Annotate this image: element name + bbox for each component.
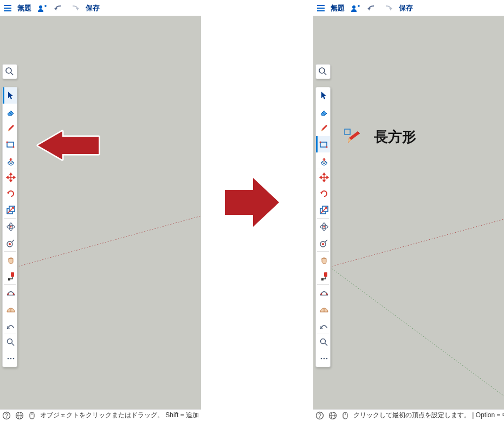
save-button[interactable]: 保存 — [86, 3, 100, 13]
viewport-axes-left — [0, 0, 201, 421]
svg-rect-22 — [8, 278, 10, 280]
tool-select[interactable] — [3, 87, 17, 104]
document-title: 無題 — [17, 3, 31, 13]
tool-offset[interactable] — [316, 285, 330, 301]
tool-pan[interactable] — [3, 252, 17, 268]
svg-point-51 — [319, 142, 321, 143]
tool-offset[interactable] — [3, 285, 17, 301]
svg-line-49 — [324, 73, 326, 75]
search-tool[interactable] — [315, 64, 331, 79]
user-add-icon[interactable] — [350, 3, 361, 14]
svg-text:?: ? — [5, 413, 8, 419]
redo-button[interactable] — [383, 3, 393, 14]
svg-point-24 — [12, 294, 14, 295]
status-text-left: オブジェクトをクリックまたはドラッグ。 Shift = 追加 — [40, 411, 199, 420]
svg-point-61 — [322, 243, 324, 245]
tool-more[interactable] — [316, 350, 330, 367]
svg-point-72 — [323, 358, 325, 360]
rectangle-cursor-icon — [344, 128, 362, 146]
redo-button[interactable] — [69, 3, 80, 14]
viewport-axes-right — [313, 0, 504, 421]
svg-rect-21 — [11, 272, 14, 277]
svg-point-27 — [7, 328, 8, 329]
document-title: 無題 — [331, 3, 345, 13]
svg-text:?: ? — [318, 413, 321, 419]
menu-icon[interactable] — [3, 4, 12, 12]
tool-rectangle[interactable] — [316, 136, 330, 152]
tool-more[interactable] — [3, 350, 17, 367]
tool-move[interactable] — [3, 169, 17, 186]
tool-pushpull[interactable] — [3, 152, 17, 169]
svg-rect-50 — [320, 142, 327, 147]
app-panel-before: 無題 保存 — [0, 0, 201, 421]
tool-pushpull[interactable] — [316, 152, 330, 169]
tool-pencil[interactable] — [3, 120, 17, 136]
menu-icon[interactable] — [316, 4, 325, 12]
tool-palette-left — [2, 87, 17, 367]
svg-point-28 — [7, 339, 12, 344]
tool-arc[interactable] — [3, 317, 17, 334]
svg-point-65 — [326, 294, 327, 295]
svg-line-40 — [329, 219, 504, 267]
status-bar-left: ? オブジェクトをクリックまたはドラッグ。 Shift = 追加 — [0, 409, 201, 421]
tool-orbit[interactable] — [316, 219, 330, 235]
svg-line-0 — [16, 216, 201, 267]
tool-paint[interactable] — [3, 268, 17, 284]
tool-tape[interactable] — [316, 235, 330, 251]
status-bar-right: ? クリックして最初の頂点を設定します。 | Option = 中 — [313, 409, 504, 421]
svg-point-73 — [326, 358, 327, 360]
tool-orbit[interactable] — [3, 219, 17, 235]
globe-icon[interactable] — [328, 411, 337, 420]
tool-protractor[interactable] — [316, 301, 330, 317]
tool-pan[interactable] — [316, 252, 330, 268]
callout-arrow-left — [33, 129, 103, 164]
help-icon[interactable]: ? — [2, 411, 11, 420]
tool-tape[interactable] — [3, 235, 17, 251]
svg-point-30 — [7, 358, 9, 360]
tool-scale[interactable] — [316, 202, 330, 218]
user-add-icon[interactable] — [37, 3, 48, 14]
svg-rect-9 — [7, 142, 14, 147]
svg-point-52 — [326, 146, 327, 148]
tool-zoom[interactable] — [316, 334, 330, 350]
svg-point-31 — [10, 358, 11, 360]
svg-point-59 — [323, 226, 325, 228]
tool-tooltip-label: 長方形 — [374, 127, 416, 146]
save-button[interactable]: 保存 — [399, 3, 413, 13]
tool-zoom[interactable] — [3, 334, 17, 350]
undo-button[interactable] — [366, 3, 377, 14]
svg-point-45 — [352, 5, 356, 9]
tool-paint[interactable] — [316, 268, 330, 284]
svg-rect-74 — [345, 129, 350, 135]
svg-rect-62 — [324, 272, 327, 277]
tool-eraser[interactable] — [316, 104, 330, 120]
svg-line-41 — [329, 267, 504, 396]
svg-point-68 — [320, 328, 321, 329]
svg-point-18 — [10, 226, 11, 228]
tool-rotate[interactable] — [3, 186, 17, 202]
svg-point-71 — [320, 358, 322, 360]
tool-rectangle[interactable] — [3, 136, 17, 152]
tool-eraser[interactable] — [3, 104, 17, 120]
svg-line-29 — [12, 343, 14, 346]
tool-arc[interactable] — [316, 317, 330, 334]
svg-point-64 — [320, 294, 322, 295]
transition-arrow — [219, 173, 285, 234]
tool-tooltip: 長方形 — [344, 127, 416, 146]
globe-icon[interactable] — [15, 411, 24, 420]
tool-rotate[interactable] — [316, 186, 330, 202]
svg-point-11 — [12, 146, 14, 148]
svg-point-4 — [39, 5, 42, 9]
tool-select[interactable] — [316, 87, 330, 104]
tool-pencil[interactable] — [316, 120, 330, 136]
tool-protractor[interactable] — [3, 301, 17, 317]
mouse-icon — [28, 411, 36, 420]
tool-scale[interactable] — [3, 202, 17, 218]
search-tool[interactable] — [2, 64, 17, 79]
svg-point-20 — [9, 243, 11, 245]
undo-button[interactable] — [53, 3, 64, 14]
help-icon[interactable]: ? — [315, 411, 324, 420]
tool-move[interactable] — [316, 169, 330, 186]
app-panel-after: 無題 保存 — [313, 0, 504, 421]
header-bar-right: 無題 保存 — [313, 0, 504, 16]
